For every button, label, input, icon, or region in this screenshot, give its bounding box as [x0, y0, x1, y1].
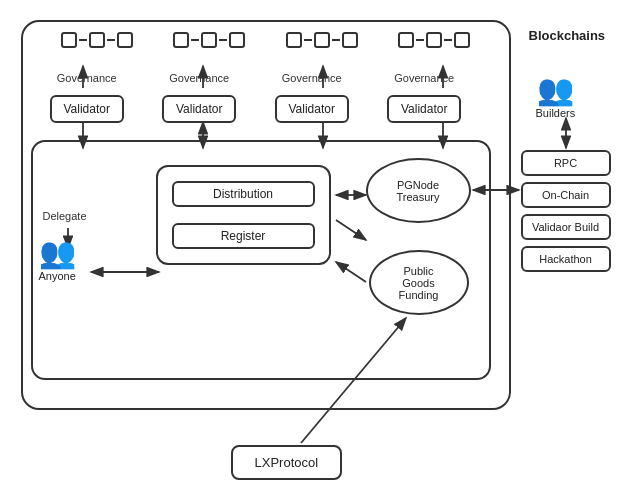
anyone-label: Anyone	[39, 270, 76, 282]
distribution-register-box: Distribution Register	[156, 165, 331, 265]
chain-group-2	[173, 32, 245, 48]
chain-link	[79, 39, 87, 41]
chain-block	[89, 32, 105, 48]
chain-block	[342, 32, 358, 48]
governance-label-4: Governance	[379, 72, 469, 84]
chain-group-3	[286, 32, 358, 48]
chain-block	[314, 32, 330, 48]
chain-block	[117, 32, 133, 48]
chain-block	[426, 32, 442, 48]
pgf-line1: Public	[404, 265, 434, 277]
right-boxes: RPC On-Chain Validaor Build Hackathon	[521, 150, 611, 272]
chain-link	[304, 39, 312, 41]
register-box: Register	[172, 223, 315, 249]
blockchains-label: Blockchains	[529, 28, 606, 43]
chain-block	[229, 32, 245, 48]
chain-group-4	[398, 32, 470, 48]
architecture-diagram: Blockchains	[11, 10, 631, 490]
validator-box-2: Validator	[162, 95, 236, 123]
governance-label-1: Governance	[42, 72, 132, 84]
validator-box-1: Validator	[50, 95, 124, 123]
validator-box-4: Validator	[387, 95, 461, 123]
chain-block	[173, 32, 189, 48]
public-goods-funding-box: Public Goods Funding	[369, 250, 469, 315]
chain-link	[219, 39, 227, 41]
validator-row: Validator Validator Validator Validator	[31, 95, 481, 123]
chain-link	[191, 39, 199, 41]
pgf-line2: Goods	[402, 277, 434, 289]
builders-label: Builders	[536, 107, 576, 119]
chain-link	[107, 39, 115, 41]
chain-row	[41, 32, 491, 48]
validator-box-3: Validator	[275, 95, 349, 123]
anyone-group: 👥 Anyone	[39, 238, 76, 282]
rpc-box: RPC	[521, 150, 611, 176]
lxprotocol-box: LXProtocol	[231, 445, 343, 480]
pgnode-line2: Treasury	[397, 191, 440, 203]
chain-block	[201, 32, 217, 48]
governance-row: Governance Governance Governance Governa…	[31, 72, 481, 84]
chain-block	[454, 32, 470, 48]
pgf-line3: Funding	[399, 289, 439, 301]
hackathon-box: Hackathon	[521, 246, 611, 272]
chain-link	[444, 39, 452, 41]
onchain-box: On-Chain	[521, 182, 611, 208]
chain-block	[398, 32, 414, 48]
pgnode-line1: PGNode	[397, 179, 439, 191]
governance-label-2: Governance	[154, 72, 244, 84]
validator-build-box: Validaor Build	[521, 214, 611, 240]
pgnode-treasury-box: PGNode Treasury	[366, 158, 471, 223]
anyone-icon: 👥	[39, 238, 76, 268]
builders-group: 👥 Builders	[536, 75, 576, 119]
builders-icon: 👥	[537, 75, 574, 105]
distribution-box: Distribution	[172, 181, 315, 207]
chain-link	[416, 39, 424, 41]
governance-label-3: Governance	[267, 72, 357, 84]
chain-group-1	[61, 32, 133, 48]
chain-block	[286, 32, 302, 48]
chain-block	[61, 32, 77, 48]
delegate-label: Delegate	[43, 210, 87, 222]
chain-link	[332, 39, 340, 41]
